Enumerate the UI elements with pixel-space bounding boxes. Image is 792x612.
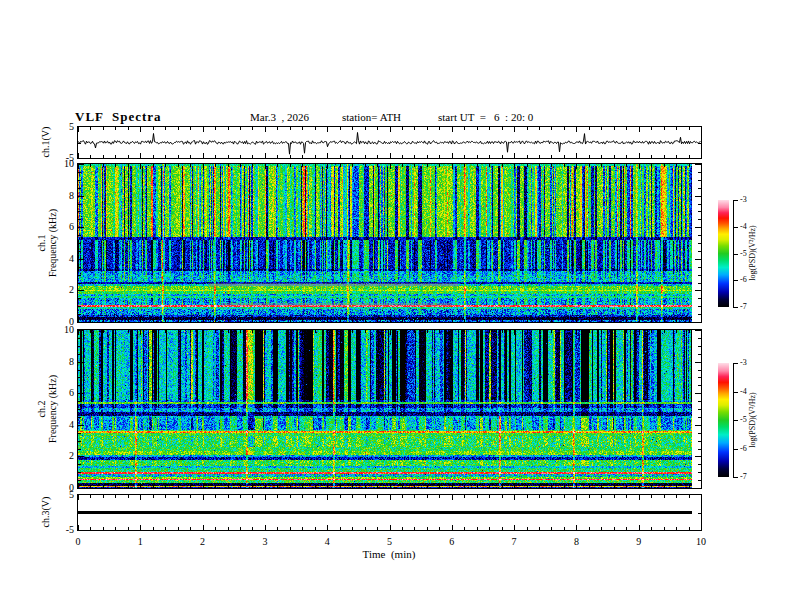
colorbar-tick [733, 363, 738, 364]
colorbar-tick [733, 280, 738, 281]
freq-tick-label: 6 [44, 387, 74, 398]
freq-tick-label: 4 [44, 419, 74, 430]
freq-tick-label: 8 [44, 190, 74, 201]
ch1-spec-ylabel-line1: ch.1 [36, 209, 47, 277]
ch2-spectrogram-panel [77, 329, 702, 489]
time-tick-label: 2 [200, 536, 205, 547]
ch1-spec-ylabel: ch.1 Frequency (kHz) [36, 209, 58, 277]
freq-tick-label: 6 [44, 221, 74, 232]
ch1-spectrogram-canvas [78, 164, 701, 322]
start-ut-label: start UT = 6 : 20: 0 [438, 111, 533, 123]
colorbar-tick-label: -6 [740, 444, 747, 453]
freq-tick-label: 2 [44, 450, 74, 461]
time-tick-label: 8 [574, 536, 579, 547]
ch3-wave-ylabel: ch.3(V) [40, 497, 51, 528]
colorbar-tick [733, 477, 738, 478]
ch1-waveform-canvas [78, 127, 701, 158]
ch1-spec-ylabel-line2: Frequency (kHz) [47, 209, 58, 277]
colorbar-tick [733, 449, 738, 450]
time-tick-label: 5 [387, 536, 392, 547]
freq-tick-label: 2 [44, 284, 74, 295]
time-tick-label: 7 [512, 536, 517, 547]
colorbar-tick [733, 200, 738, 201]
colorbar-tick-label: -7 [740, 472, 747, 481]
ch3-waveform-canvas [78, 495, 701, 530]
colorbar-ch2-label: log(PSD)(V²/Hz) [748, 392, 757, 447]
colorbar-tick [733, 392, 738, 393]
time-tick-label: 9 [636, 536, 641, 547]
colorbar-tick-label: -4 [740, 222, 747, 231]
ch2-spec-ylabel: ch.2 Frequency (kHz) [36, 375, 58, 443]
colorbar-tick-label: -5 [740, 249, 747, 258]
freq-tick-label: 0 [44, 482, 74, 493]
ch2-spectrogram-canvas [78, 330, 701, 488]
freq-tick-label: 10 [44, 324, 74, 335]
colorbar-tick-label: -4 [740, 387, 747, 396]
ch1-spectrogram-panel [77, 163, 702, 323]
time-tick-label: 3 [262, 536, 267, 547]
freq-tick-label: 8 [44, 356, 74, 367]
time-tick-label: 6 [449, 536, 454, 547]
colorbar-ch1-label: log(PSD)(V²/Hz) [748, 225, 757, 280]
freq-tick-label: 4 [44, 253, 74, 264]
colorbar-tick [733, 227, 738, 228]
station-label: station= ATH [342, 111, 401, 123]
colorbar-tick-label: -7 [740, 302, 747, 311]
colorbar-tick [733, 420, 738, 421]
time-axis-label: Time (min) [363, 548, 416, 560]
colorbar-ch2 [718, 363, 729, 477]
time-tick-label: 0 [76, 536, 81, 547]
volt-tick-label: 5 [44, 121, 74, 132]
time-tick-label: 1 [138, 536, 143, 547]
ch1-waveform-panel [77, 126, 702, 159]
time-tick-label: 4 [325, 536, 330, 547]
colorbar-ch1 [718, 200, 729, 307]
ch2-spec-ylabel-line2: Frequency (kHz) [47, 375, 58, 443]
time-tick-label: 10 [696, 536, 706, 547]
colorbar-tick [733, 307, 738, 308]
colorbar-tick-label: -3 [740, 195, 747, 204]
ch2-spec-ylabel-line1: ch.2 [36, 375, 47, 443]
colorbar-tick [733, 254, 738, 255]
volt-tick-label: -5 [44, 524, 74, 535]
freq-tick-label: 10 [44, 158, 74, 169]
vlf-spectra-figure: VLF Spectra Mar.3 , 2026 station= ATH st… [0, 0, 792, 612]
figure-title: VLF Spectra [75, 109, 162, 125]
colorbar-tick-label: -3 [740, 358, 747, 367]
colorbar-tick-label: -6 [740, 275, 747, 284]
colorbar-tick-label: -5 [740, 415, 747, 424]
date-label: Mar.3 , 2026 [250, 111, 309, 123]
ch3-waveform-panel [77, 494, 702, 531]
